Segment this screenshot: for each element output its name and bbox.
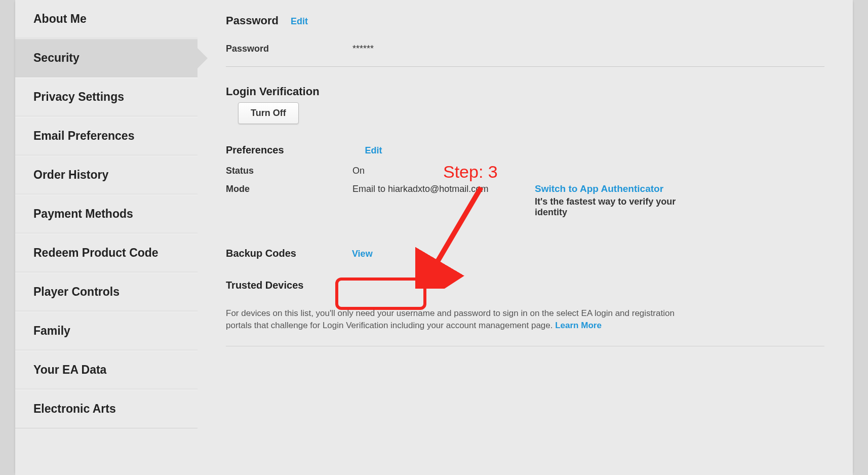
sidebar-item-label: Payment Methods [33, 207, 133, 220]
password-section-header: Password Edit [226, 14, 824, 27]
settings-sidebar: About Me Security Privacy Settings Email… [15, 0, 198, 475]
password-field-row: Password ****** [226, 39, 824, 58]
turn-off-button[interactable]: Turn Off [238, 102, 299, 124]
divider [226, 346, 824, 346]
trusted-devices-section: Trusted Devices For devices on this list… [226, 280, 824, 346]
mode-label: Mode [226, 184, 352, 194]
mode-value: Email to hiarkadxto@hotmail.com [352, 184, 535, 194]
sidebar-item-label: Your EA Data [33, 363, 106, 376]
password-field-label: Password [226, 44, 352, 54]
sidebar-item-security[interactable]: Security [15, 38, 198, 77]
sidebar-item-label: Redeem Product Code [33, 246, 159, 259]
sidebar-item-about-me[interactable]: About Me [15, 0, 198, 38]
divider [226, 66, 824, 67]
backup-codes-row: Backup Codes View [226, 248, 824, 259]
trusted-devices-desc: For devices on this list, you'll only ne… [226, 307, 692, 332]
login-verification-title: Login Verification [226, 85, 824, 98]
sidebar-item-label: Privacy Settings [33, 90, 124, 103]
learn-more-link[interactable]: Learn More [555, 321, 602, 330]
settings-page: About Me Security Privacy Settings Email… [15, 0, 853, 475]
sidebar-item-label: Security [33, 51, 80, 64]
security-content: Password Edit Password ****** Login Veri… [198, 0, 853, 475]
sidebar-item-player-controls[interactable]: Player Controls [15, 272, 198, 311]
sidebar-item-privacy-settings[interactable]: Privacy Settings [15, 77, 198, 116]
switch-authenticator-link[interactable]: Switch to App Authenticator [535, 183, 697, 194]
sidebar-item-label: Electronic Arts [33, 402, 116, 415]
backup-codes-title: Backup Codes [226, 248, 296, 259]
status-value: On [352, 166, 535, 176]
preferences-title: Preferences [226, 144, 284, 156]
sidebar-item-label: About Me [33, 12, 87, 25]
status-row: Status On [226, 162, 824, 180]
preferences-edit-link[interactable]: Edit [365, 145, 382, 156]
sidebar-item-order-history[interactable]: Order History [15, 155, 198, 194]
sidebar-item-email-preferences[interactable]: Email Preferences [15, 116, 198, 155]
sidebar-item-label: Order History [33, 168, 108, 181]
sidebar-item-family[interactable]: Family [15, 311, 198, 350]
sidebar-item-payment-methods[interactable]: Payment Methods [15, 194, 198, 233]
preferences-header: Preferences Edit [226, 144, 824, 156]
sidebar-item-redeem-product-code[interactable]: Redeem Product Code [15, 233, 198, 272]
trusted-devices-title: Trusted Devices [226, 280, 824, 291]
sidebar-item-label: Family [33, 324, 70, 337]
sidebar-item-electronic-arts[interactable]: Electronic Arts [15, 389, 198, 428]
status-label: Status [226, 166, 352, 176]
sidebar-item-label: Player Controls [33, 285, 120, 298]
trusted-devices-desc-text: For devices on this list, you'll only ne… [226, 308, 675, 330]
backup-codes-view-link[interactable]: View [352, 249, 373, 259]
switch-authenticator-box: Switch to App Authenticator It's the fas… [535, 183, 697, 218]
sidebar-item-your-ea-data[interactable]: Your EA Data [15, 350, 198, 389]
password-edit-link[interactable]: Edit [291, 16, 308, 27]
mode-row: Mode Email to hiarkadxto@hotmail.com Swi… [226, 180, 824, 221]
switch-authenticator-desc: It's the fastest way to verify your iden… [535, 196, 697, 218]
password-title: Password [226, 14, 279, 27]
sidebar-item-label: Email Preferences [33, 129, 134, 142]
password-field-value: ****** [352, 44, 374, 54]
